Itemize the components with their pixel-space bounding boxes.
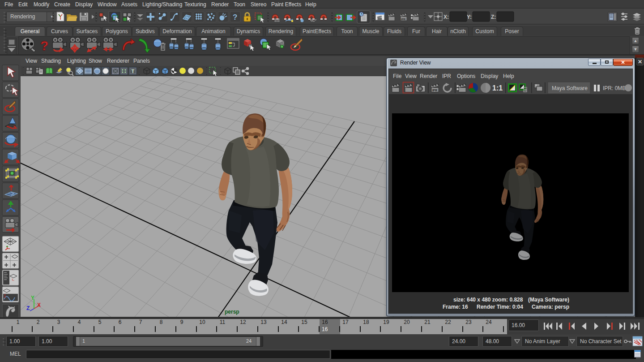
- svg-text:IPR: 0MB: IPR: 0MB: [603, 85, 626, 91]
- svg-text:?: ?: [233, 13, 237, 22]
- svg-text:Maya Software: Maya Software: [552, 85, 588, 91]
- svg-text:IPR: IPR: [432, 89, 437, 92]
- svg-text:persp: persp: [225, 309, 239, 315]
- svg-text:Z: Z: [26, 305, 30, 311]
- svg-text:Z:: Z:: [491, 14, 496, 20]
- svg-text:X:: X:: [444, 14, 449, 20]
- svg-text:Y:: Y:: [467, 14, 472, 20]
- svg-text:IPR: IPR: [401, 18, 406, 21]
- svg-text:1:1: 1:1: [492, 84, 503, 92]
- svg-text:Y: Y: [31, 295, 34, 301]
- svg-text:T: T: [132, 69, 135, 74]
- svg-text:?: ?: [40, 38, 48, 53]
- svg-text:X: X: [37, 302, 41, 308]
